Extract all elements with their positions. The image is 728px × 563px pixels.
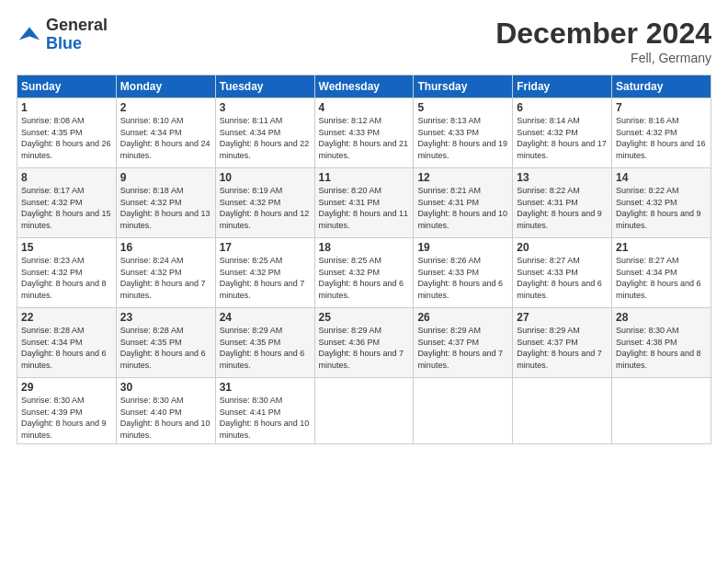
day-27: 27 Sunrise: 8:29 AMSunset: 4:37 PMDaylig… <box>513 308 612 378</box>
week-4: 22 Sunrise: 8:28 AMSunset: 4:34 PMDaylig… <box>17 308 711 378</box>
day-21: 21 Sunrise: 8:27 AMSunset: 4:34 PMDaylig… <box>612 238 711 308</box>
day-30: 30 Sunrise: 8:30 AMSunset: 4:40 PMDaylig… <box>116 378 215 444</box>
header-tuesday: Tuesday <box>215 75 314 98</box>
day-7: 7 Sunrise: 8:16 AMSunset: 4:32 PMDayligh… <box>612 98 711 168</box>
title-block: December 2024 Fell, Germany <box>495 17 711 65</box>
month-title: December 2024 <box>495 17 711 51</box>
empty-cell-2 <box>414 378 513 444</box>
header-wednesday: Wednesday <box>314 75 414 98</box>
day-12: 12 Sunrise: 8:21 AMSunset: 4:31 PMDaylig… <box>414 168 513 238</box>
empty-cell-1 <box>314 378 414 444</box>
day-24: 24 Sunrise: 8:29 AMSunset: 4:35 PMDaylig… <box>215 308 314 378</box>
day-25: 25 Sunrise: 8:29 AMSunset: 4:36 PMDaylig… <box>314 308 414 378</box>
logo-general: General <box>46 17 108 35</box>
empty-cell-3 <box>513 378 612 444</box>
day-4: 4 Sunrise: 8:12 AMSunset: 4:33 PMDayligh… <box>314 98 414 168</box>
logo-blue: Blue <box>46 35 108 53</box>
header-saturday: Saturday <box>612 75 711 98</box>
logo: General Blue <box>17 17 108 53</box>
day-23: 23 Sunrise: 8:28 AMSunset: 4:35 PMDaylig… <box>116 308 215 378</box>
day-10: 10 Sunrise: 8:19 AMSunset: 4:32 PMDaylig… <box>215 168 314 238</box>
day-17: 17 Sunrise: 8:25 AMSunset: 4:32 PMDaylig… <box>215 238 314 308</box>
week-1: 1 Sunrise: 8:08 AMSunset: 4:35 PMDayligh… <box>17 98 711 168</box>
day-8: 8 Sunrise: 8:17 AMSunset: 4:32 PMDayligh… <box>17 168 117 238</box>
empty-cell-4 <box>612 378 711 444</box>
day-2: 2 Sunrise: 8:10 AMSunset: 4:34 PMDayligh… <box>116 98 215 168</box>
day-5: 5 Sunrise: 8:13 AMSunset: 4:33 PMDayligh… <box>414 98 513 168</box>
header-monday: Monday <box>116 75 215 98</box>
location: Fell, Germany <box>495 51 711 65</box>
day-13: 13 Sunrise: 8:22 AMSunset: 4:31 PMDaylig… <box>513 168 612 238</box>
calendar-header-row: Sunday Monday Tuesday Wednesday Thursday… <box>17 75 711 98</box>
day-14: 14 Sunrise: 8:22 AMSunset: 4:32 PMDaylig… <box>612 168 711 238</box>
day-28: 28 Sunrise: 8:30 AMSunset: 4:38 PMDaylig… <box>612 308 711 378</box>
calendar: Sunday Monday Tuesday Wednesday Thursday… <box>17 75 711 444</box>
day-29: 29 Sunrise: 8:30 AMSunset: 4:39 PMDaylig… <box>17 378 117 444</box>
day-26: 26 Sunrise: 8:29 AMSunset: 4:37 PMDaylig… <box>414 308 513 378</box>
day-11: 11 Sunrise: 8:20 AMSunset: 4:31 PMDaylig… <box>314 168 414 238</box>
day-20: 20 Sunrise: 8:27 AMSunset: 4:33 PMDaylig… <box>513 238 612 308</box>
day-15: 15 Sunrise: 8:23 AMSunset: 4:32 PMDaylig… <box>17 238 117 308</box>
day-18: 18 Sunrise: 8:25 AMSunset: 4:32 PMDaylig… <box>314 238 414 308</box>
day-1: 1 Sunrise: 8:08 AMSunset: 4:35 PMDayligh… <box>17 98 117 168</box>
header-thursday: Thursday <box>414 75 513 98</box>
day-6: 6 Sunrise: 8:14 AMSunset: 4:32 PMDayligh… <box>513 98 612 168</box>
page: General Blue December 2024 Fell, Germany… <box>0 0 728 563</box>
day-3: 3 Sunrise: 8:11 AMSunset: 4:34 PMDayligh… <box>215 98 314 168</box>
week-3: 15 Sunrise: 8:23 AMSunset: 4:32 PMDaylig… <box>17 238 711 308</box>
logo-text: General Blue <box>46 17 108 53</box>
day-19: 19 Sunrise: 8:26 AMSunset: 4:33 PMDaylig… <box>414 238 513 308</box>
header: General Blue December 2024 Fell, Germany <box>17 17 711 65</box>
logo-icon <box>17 22 42 48</box>
day-16: 16 Sunrise: 8:24 AMSunset: 4:32 PMDaylig… <box>116 238 215 308</box>
week-2: 8 Sunrise: 8:17 AMSunset: 4:32 PMDayligh… <box>17 168 711 238</box>
week-5: 29 Sunrise: 8:30 AMSunset: 4:39 PMDaylig… <box>17 378 711 444</box>
day-31: 31 Sunrise: 8:30 AMSunset: 4:41 PMDaylig… <box>215 378 314 444</box>
day-22: 22 Sunrise: 8:28 AMSunset: 4:34 PMDaylig… <box>17 308 117 378</box>
header-sunday: Sunday <box>17 75 117 98</box>
header-friday: Friday <box>513 75 612 98</box>
day-9: 9 Sunrise: 8:18 AMSunset: 4:32 PMDayligh… <box>116 168 215 238</box>
